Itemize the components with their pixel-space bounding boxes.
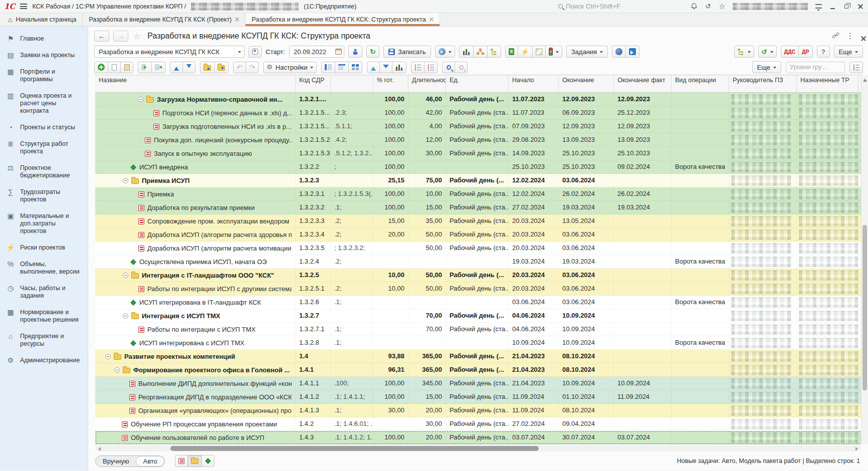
horizontal-scroll-thumb[interactable]: [170, 446, 539, 451]
table-row[interactable]: Организация «управляющих» (операционных)…: [95, 404, 868, 417]
tab-document[interactable]: Разработка и внедрение КСУПД ГК КСК: Стр…: [246, 13, 440, 26]
table-row[interactable]: Осуществлена приемка ИСУП, начата ОЭ1.3.…: [95, 255, 868, 269]
filter-chart-button[interactable]: [392, 62, 406, 73]
nav-forward-button[interactable]: →: [113, 31, 128, 42]
open-project-button[interactable]: [249, 46, 262, 58]
demote-level-button[interactable]: [138, 62, 152, 73]
table-row[interactable]: Загрузка подготовленных НСИ из .xls в р.…: [95, 120, 868, 133]
collapse-expander-icon[interactable]: [138, 97, 143, 102]
column-header-pct[interactable]: % гот.: [373, 75, 408, 92]
scroll-left-icon[interactable]: [96, 447, 101, 451]
table-row[interactable]: Приемка1.3.2.3.1; 1.3.2.1.5.3(...100,001…: [95, 187, 868, 201]
move-to-group-up-button[interactable]: [200, 62, 214, 73]
sidebar-item-enterprise[interactable]: ⌂Предприятие и ресурсы: [0, 328, 88, 352]
import-button[interactable]: [625, 46, 639, 58]
column-header-dur[interactable]: Длительность: [408, 75, 446, 92]
promote-level-button[interactable]: [151, 62, 165, 73]
table-row[interactable]: Работы по интеграции ИСУП с другими сист…: [95, 282, 868, 296]
show-milestones-toggle[interactable]: [201, 455, 214, 467]
collapse-expander-icon[interactable]: [123, 313, 128, 319]
notifications-bell-icon[interactable]: [691, 3, 698, 10]
publish-button[interactable]: [612, 46, 626, 58]
minimize-window-button[interactable]: [829, 3, 836, 10]
outline-level-1-button[interactable]: [411, 62, 424, 73]
column-header-manager[interactable]: Руководитель ПЗ: [729, 75, 797, 92]
collapse-expander-icon[interactable]: [123, 178, 128, 183]
sidebar-item-estimate[interactable]: ▥Оценка проекта и расчет цены контракта: [0, 88, 88, 119]
show-tasks-toggle[interactable]: [175, 455, 188, 467]
sidebar-item-projects-statuses[interactable]: ◔Проекты и статусы: [0, 119, 88, 136]
project-select[interactable]: Разработка и внедрение КСУПД ГК КСК: [94, 46, 245, 58]
table-row[interactable]: Доработка ИСУП (алгоритм расчета мотивац…: [95, 242, 868, 255]
global-search-input[interactable]: Поиск Ctrl+Shift+F: [558, 2, 684, 11]
view-tree-button[interactable]: [321, 62, 335, 73]
favorite-star-icon[interactable]: ☆: [133, 32, 140, 41]
filter-button[interactable]: [367, 62, 380, 73]
collapse-expander-icon[interactable]: [105, 354, 111, 359]
table-row[interactable]: Развитие проектных компетенций1.493,8836…: [95, 350, 868, 363]
table-row[interactable]: Работы по интеграции с ИСУП ТМХ1.3.2.7.1…: [95, 323, 868, 336]
tab-close-icon[interactable]: [235, 18, 239, 22]
sidebar-item-main[interactable]: ⚑Главное: [0, 31, 88, 47]
get-link-icon[interactable]: [832, 32, 839, 41]
add-row-button[interactable]: [94, 62, 108, 73]
start-date-input[interactable]: 20.09.2022: [289, 46, 344, 58]
column-header-opkind[interactable]: Вид операции: [672, 75, 729, 92]
table-row[interactable]: Обучение РП процессам управления проекта…: [95, 417, 868, 431]
status-indicator-dropdown[interactable]: [545, 46, 562, 58]
tab-document[interactable]: Разработка и внедрение КСУПД ГК КСК (Про…: [83, 13, 246, 26]
table-row[interactable]: Сопровождение пром. эксплуатации вендоро…: [95, 214, 868, 228]
sidebar-item-project-requests[interactable]: ▤Заявки на проекты: [0, 47, 88, 64]
copy-row-button[interactable]: [108, 62, 121, 73]
view-columns-button[interactable]: [348, 62, 362, 73]
history-icon[interactable]: ↺: [705, 3, 712, 10]
sidebar-item-budgeting[interactable]: ⚖Проектное бюджетирование: [0, 160, 88, 184]
table-row[interactable]: ИСУП итегрирована в IT-ландшафт КСК1.3.2…: [95, 296, 868, 309]
column-header-pred[interactable]: [331, 75, 373, 92]
table-row[interactable]: Интеграция с ИСУП ТМХ1.3.2.770,00Рабочий…: [95, 309, 868, 323]
collapse-expander-icon[interactable]: [114, 367, 120, 373]
collapse-expander-icon[interactable]: [123, 273, 128, 278]
table-row[interactable]: Доработка ИСУП (алгоритм расчета здоровь…: [95, 228, 868, 242]
nav-back-button[interactable]: ←: [94, 31, 109, 42]
filter-funnel-button[interactable]: [379, 62, 392, 73]
table-row[interactable]: ИСУП внедрена1.3.2.2;100,0025.10.202325.…: [95, 160, 868, 174]
dds-report-button[interactable]: ДДС: [781, 46, 799, 58]
table-more-button[interactable]: Еще: [752, 61, 781, 73]
tasks-dropdown-button[interactable]: Задания: [566, 46, 608, 58]
column-header-name[interactable]: Название: [95, 75, 296, 92]
close-window-button[interactable]: [857, 3, 864, 10]
column-header-assigned[interactable]: Назначенные ТР: [797, 75, 858, 92]
project-passport-button[interactable]: [505, 46, 518, 58]
sync-dropdown-button[interactable]: ↺: [758, 46, 777, 58]
table-row[interactable]: Формирование проектного офиса в Головной…: [95, 363, 868, 377]
save-button[interactable]: Записать: [383, 46, 431, 58]
sidebar-item-portfolios[interactable]: ▦Портфели и программы: [0, 64, 88, 88]
project-team-button[interactable]: [348, 46, 362, 58]
column-header-unit[interactable]: Ед.: [446, 75, 509, 92]
sidebar-item-hours[interactable]: ◷Часы, работы и задания: [0, 280, 88, 304]
wbs-tree-button[interactable]: [487, 46, 501, 58]
column-header-end[interactable]: Окончание: [559, 75, 614, 92]
horizontal-scrollbar[interactable]: [95, 445, 861, 451]
cancel-find-button[interactable]: [455, 62, 468, 73]
table-row[interactable]: Выполнение ДИПД дополнительных функций «…: [95, 377, 868, 390]
sidebar-item-risks[interactable]: ⚡Риски проектов: [0, 240, 88, 256]
table-row[interactable]: ИСУП интегрирована с ИСУП ТМХ1.3.2.8.1;1…: [95, 336, 868, 350]
move-to-group-down-button[interactable]: [214, 62, 229, 73]
sidebar-item-normative[interactable]: ▩Нормирование и проектные решения: [0, 304, 88, 328]
restore-window-button[interactable]: [843, 3, 850, 10]
table-row[interactable]: Реорганизация ДИПД в подразделение ООО «…: [95, 390, 868, 404]
refresh-button[interactable]: ↻: [366, 46, 379, 58]
move-up-button[interactable]: [170, 62, 183, 73]
main-menu-icon[interactable]: [20, 4, 27, 9]
paste-row-button[interactable]: [120, 62, 133, 73]
dr-report-button[interactable]: ДР: [798, 46, 812, 58]
redo-button[interactable]: ↷: [246, 62, 259, 73]
table-row[interactable]: Загрузка Нормативно-справочной ин...1.3.…: [95, 93, 868, 106]
sidebar-item-volumes[interactable]: %Объемы, выполнение, версии: [0, 256, 88, 280]
more-button[interactable]: Еще: [834, 46, 863, 58]
table-row[interactable]: Приемка ИСУП1.3.2.325,1575,00Рабочий ден…: [95, 174, 868, 187]
table-row[interactable]: Обучение пользователей по работе в ИСУП1…: [95, 431, 868, 444]
send-dropdown-button[interactable]: [435, 46, 455, 58]
